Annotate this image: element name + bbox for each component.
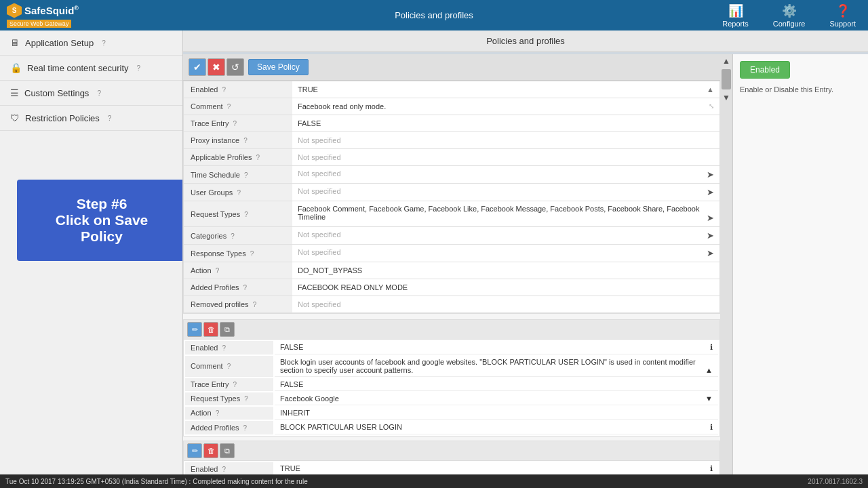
entry-2-edit-btn[interactable]: ✏ xyxy=(187,443,202,458)
enabled-button[interactable]: Enabled xyxy=(740,61,790,79)
entry1-rt-down[interactable]: ▼ xyxy=(705,394,713,403)
time-schedule-arrow[interactable]: ➤ xyxy=(707,169,714,180)
user-groups-text: Not specified xyxy=(298,187,341,195)
table-row: Request Types ? Facebook Comment, Facebo… xyxy=(184,201,719,227)
main-content: Policies and profiles ✔ ✖ ↺ Save Policy … xyxy=(183,30,868,474)
user-groups-value: Not specified ➤ xyxy=(292,184,719,201)
entry1-action-label: Action ? xyxy=(185,407,273,420)
table-row: Enabled ? TRUE ℹ xyxy=(185,462,718,474)
entry1-added-profiles-value: BLOCK PARTICULAR USER LOGIN ℹ xyxy=(275,421,718,434)
table-row: Categories ? Not specified ➤ xyxy=(184,227,719,245)
entry-1-toolbar: ✏ 🗑 ⧉ xyxy=(184,320,719,340)
main-form-table: Enabled ? TRUE ▲ Comment ? Facebook read… xyxy=(184,81,719,313)
table-row: Response Types ? Not specified ➤ xyxy=(184,245,719,262)
entry1-comment-text: Block login user accounts of facebook an… xyxy=(280,358,696,374)
entry-2-table: Enabled ? TRUE ℹ Comment ? Bypass Text F… xyxy=(184,461,719,474)
table-row: Applicable Profiles ? Not specified xyxy=(184,149,719,166)
nav-configure[interactable]: ⚙️ Configure xyxy=(768,1,811,30)
sidebar-item-real-time[interactable]: 🔒 Real time content security ? xyxy=(0,56,182,81)
table-row: Removed profiles ? Not specified xyxy=(184,296,719,313)
entry-1-delete-btn[interactable]: 🗑 xyxy=(203,322,218,337)
entry1-enabled-label: Enabled ? xyxy=(185,341,273,354)
header-nav: 📊 Reports ⚙️ Configure ❓ Support xyxy=(717,1,861,30)
entry1-enabled-text: FALSE xyxy=(280,343,303,351)
categories-arrow[interactable]: ➤ xyxy=(707,230,714,241)
check-button[interactable]: ✔ xyxy=(189,58,206,76)
status-message: Tue Oct 10 2017 13:19:25 GMT+0530 (India… xyxy=(5,478,308,485)
added-profiles-label: Added Profiles ? xyxy=(184,279,292,296)
save-policy-button[interactable]: Save Policy xyxy=(248,59,309,75)
response-types-arrow[interactable]: ➤ xyxy=(707,248,714,258)
entry1-request-types-value: Facebook Google ▼ xyxy=(275,392,718,405)
nav-reports[interactable]: 📊 Reports xyxy=(717,1,754,30)
entry-2: ✏ 🗑 ⧉ Enabled ? TRUE ℹ Comment ? xyxy=(183,441,720,474)
sidebar-item-application-setup[interactable]: 🖥 Application Setup ? xyxy=(0,30,182,56)
removed-profiles-value: Not specified xyxy=(292,296,719,313)
entry-1-copy-btn[interactable]: ⧉ xyxy=(220,322,235,337)
restriction-policies-icon: 🛡 xyxy=(10,113,20,123)
entry1-ap-info[interactable]: ℹ xyxy=(710,423,713,432)
help-icon: ? xyxy=(244,395,248,403)
right-panel: Enabled Enable or Disable this Entry. xyxy=(732,54,868,474)
table-row: Enabled ? TRUE ▲ xyxy=(184,81,719,98)
reset-button[interactable]: ↺ xyxy=(226,58,244,76)
table-row: Proxy instance ? Not specified xyxy=(184,132,719,149)
scroll-up-arrow[interactable]: ▲ xyxy=(720,54,732,68)
nav-support[interactable]: ❓ Support xyxy=(824,1,861,30)
sidebar-item-label: Application Setup xyxy=(25,38,94,48)
categories-text: Not specified xyxy=(298,230,341,239)
logo-subtitle: Secure Web Gateway xyxy=(7,20,71,28)
proxy-instance-text: Not specified xyxy=(298,136,341,144)
help-icon: ? xyxy=(222,86,226,94)
entry2-info-icon[interactable]: ℹ xyxy=(710,464,713,473)
entry1-action-value: INHERIT xyxy=(275,407,718,420)
support-label: Support xyxy=(829,20,856,28)
response-types-text: Not specified xyxy=(298,248,341,256)
step-text: Step #6 Click on Save Policy xyxy=(56,196,149,245)
added-profiles-value: FACEBOOK READ ONLY MODE xyxy=(292,279,719,296)
configure-icon: ⚙️ xyxy=(782,3,797,18)
proxy-instance-value: Not specified xyxy=(292,132,719,149)
table-row: Comment ? Block login user accounts of f… xyxy=(185,356,718,377)
application-setup-icon: 🖥 xyxy=(10,37,20,48)
page-title-bar: Policies and profiles xyxy=(183,30,868,52)
cancel-button[interactable]: ✖ xyxy=(208,58,225,76)
entry2-enabled-text: TRUE xyxy=(280,464,300,472)
user-groups-arrow[interactable]: ➤ xyxy=(707,187,714,197)
entry1-added-profiles-text: BLOCK PARTICULAR USER LOGIN xyxy=(280,423,402,431)
help-icon: ? xyxy=(244,171,248,179)
scroll-thumb[interactable] xyxy=(722,69,731,89)
request-types-arrow[interactable]: ➤ xyxy=(707,213,714,223)
proxy-instance-label: Proxy instance ? xyxy=(184,132,292,149)
entry-2-delete-btn[interactable]: 🗑 xyxy=(203,443,218,458)
entry1-comment-up[interactable]: ▲ xyxy=(705,366,713,374)
sidebar-item-custom-settings[interactable]: ☰ Custom Settings ? xyxy=(0,81,182,106)
sidebar-item-restriction-policies[interactable]: 🛡 Restriction Policies ? xyxy=(0,106,182,131)
help-icon: ? xyxy=(222,344,226,352)
status-bar: Tue Oct 10 2017 13:19:25 GMT+0530 (India… xyxy=(0,474,868,488)
table-row: Trace Entry ? FALSE xyxy=(185,378,718,391)
entry1-trace-label: Trace Entry ? xyxy=(185,378,273,391)
resize-handle[interactable]: ⤡ xyxy=(709,102,714,110)
custom-settings-icon: ☰ xyxy=(10,87,19,98)
main-entry-container: Enabled ? TRUE ▲ Comment ? Facebook read… xyxy=(183,81,720,314)
table-row: Enabled ? FALSE ℹ xyxy=(185,341,718,354)
configure-label: Configure xyxy=(773,20,806,28)
help-icon: ? xyxy=(222,466,226,473)
sidebar-item-label: Restriction Policies xyxy=(25,113,100,123)
logo-image: S SafeSquid® Secure Web Gateway xyxy=(7,3,88,28)
entry-2-copy-btn[interactable]: ⧉ xyxy=(220,443,235,458)
action-value: DO_NOT_BYPASS xyxy=(292,262,719,279)
real-time-icon: 🔒 xyxy=(10,62,22,73)
collapse-arrow[interactable]: ▲ xyxy=(707,85,714,94)
scroll-down-arrow[interactable]: ▼ xyxy=(720,91,732,104)
entry1-info-icon[interactable]: ℹ xyxy=(710,343,713,352)
right-panel-description: Enable or Disable this Entry. xyxy=(740,85,861,94)
reports-icon: 📊 xyxy=(728,3,743,18)
removed-profiles-text: Not specified xyxy=(298,300,341,308)
table-row: Request Types ? Facebook Google ▼ xyxy=(185,392,718,405)
table-row: Time Schedule ? Not specified ➤ xyxy=(184,166,719,184)
entry-1-edit-btn[interactable]: ✏ xyxy=(187,322,202,337)
entry2-enabled-label: Enabled ? xyxy=(185,462,273,474)
entry-2-toolbar: ✏ 🗑 ⧉ xyxy=(184,441,719,461)
